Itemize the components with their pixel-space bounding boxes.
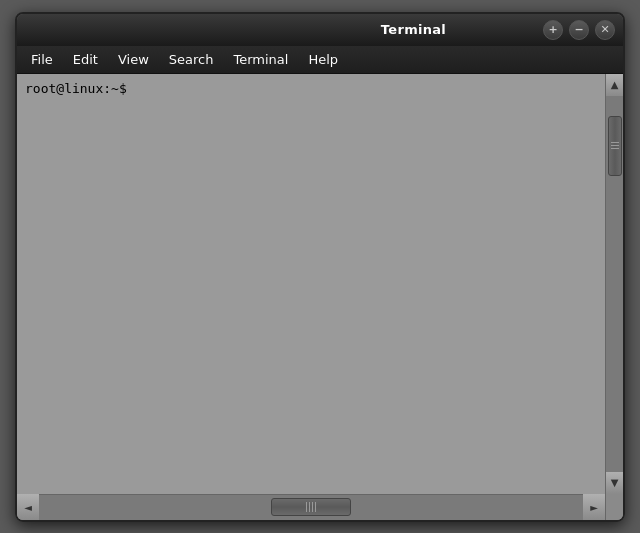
menu-item-search[interactable]: Search bbox=[159, 49, 224, 70]
terminal-body[interactable]: root@linux:~$ bbox=[17, 74, 605, 494]
add-button[interactable]: + bbox=[543, 20, 563, 40]
window-title: Terminal bbox=[284, 22, 543, 37]
terminal-container: root@linux:~$ ▲ ▼ bbox=[17, 74, 623, 494]
scroll-down-arrow[interactable]: ▼ bbox=[606, 472, 624, 494]
terminal-prompt: root@linux:~$ bbox=[25, 80, 597, 98]
scroll-thumb-grip-horizontal bbox=[306, 502, 316, 512]
menu-item-help[interactable]: Help bbox=[298, 49, 348, 70]
scroll-left-arrow[interactable]: ◄ bbox=[17, 494, 39, 520]
titlebar: Terminal + − ✕ bbox=[17, 14, 623, 46]
minimize-button[interactable]: − bbox=[569, 20, 589, 40]
menu-item-file[interactable]: File bbox=[21, 49, 63, 70]
menu-item-view[interactable]: View bbox=[108, 49, 159, 70]
scroll-thumb-horizontal[interactable] bbox=[271, 498, 351, 516]
scroll-track-horizontal[interactable] bbox=[39, 495, 583, 520]
titlebar-buttons: + − ✕ bbox=[543, 20, 615, 40]
scroll-thumb-grip-vertical bbox=[611, 142, 619, 149]
close-button[interactable]: ✕ bbox=[595, 20, 615, 40]
scroll-thumb-vertical[interactable] bbox=[608, 116, 622, 176]
thumb-line-1 bbox=[611, 142, 619, 143]
scroll-right-arrow[interactable]: ► bbox=[583, 494, 605, 520]
scroll-up-arrow[interactable]: ▲ bbox=[606, 74, 624, 96]
menu-item-terminal[interactable]: Terminal bbox=[223, 49, 298, 70]
menu-item-edit[interactable]: Edit bbox=[63, 49, 108, 70]
vertical-scrollbar: ▲ ▼ bbox=[605, 74, 623, 494]
thumb-line-2 bbox=[611, 145, 619, 146]
hthumb-line-2 bbox=[309, 502, 310, 512]
thumb-line-3 bbox=[611, 148, 619, 149]
menubar: File Edit View Search Terminal Help bbox=[17, 46, 623, 74]
hthumb-line-3 bbox=[312, 502, 313, 512]
hthumb-line-4 bbox=[315, 502, 316, 512]
terminal-window: Terminal + − ✕ File Edit View Search Ter… bbox=[15, 12, 625, 522]
hthumb-line-1 bbox=[306, 502, 307, 512]
scroll-track-vertical[interactable] bbox=[606, 96, 623, 472]
bottom-scrollbar-bar: ◄ ► bbox=[17, 494, 623, 520]
scrollbar-corner bbox=[605, 494, 623, 520]
